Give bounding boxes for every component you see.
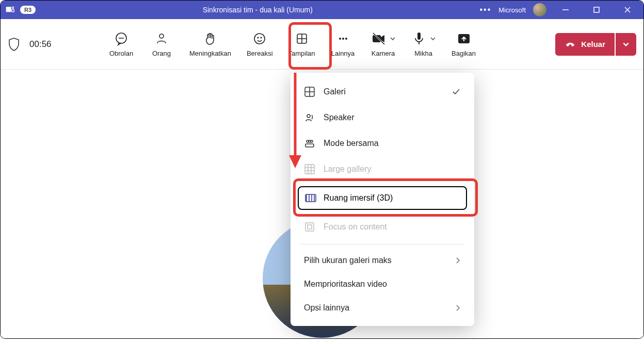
- call-timer: 00:56: [29, 39, 52, 50]
- view-together-item[interactable]: Mode bersama: [291, 130, 474, 156]
- svg-rect-40: [308, 225, 312, 229]
- chat-button[interactable]: Obrolan: [109, 31, 134, 57]
- avatar[interactable]: [533, 3, 546, 17]
- meeting-toolbar: 00:56 Obrolan Orang Meningkatkan: [1, 19, 643, 70]
- together-mode-icon: [304, 138, 315, 149]
- minimize-button[interactable]: [554, 1, 577, 19]
- react-button[interactable]: Bereaksi: [247, 31, 273, 57]
- chevron-down-icon[interactable]: [430, 36, 436, 42]
- menu-separator: [300, 244, 465, 244]
- maximize-button[interactable]: [585, 1, 608, 19]
- share-button[interactable]: Bagikan: [452, 31, 476, 57]
- svg-point-3: [12, 9, 14, 12]
- svg-point-13: [261, 37, 262, 38]
- more-button[interactable]: Lainnya: [331, 31, 356, 57]
- mic-icon: [411, 31, 427, 46]
- ellipsis-icon: [335, 31, 351, 46]
- grid-icon: [294, 31, 310, 46]
- svg-point-18: [342, 38, 344, 40]
- org-badge: R3: [20, 6, 36, 14]
- svg-point-19: [345, 38, 347, 40]
- raise-hand-button[interactable]: Meningkatkan: [189, 31, 231, 57]
- svg-point-12: [257, 37, 259, 38]
- titlebar-more-icon[interactable]: •••: [479, 5, 491, 14]
- svg-rect-39: [305, 223, 314, 231]
- hand-icon: [202, 31, 218, 46]
- svg-point-10: [159, 34, 164, 38]
- teams-app-icon: T: [5, 4, 16, 15]
- mic-button[interactable]: Mikha: [411, 31, 436, 57]
- svg-text:T: T: [7, 7, 10, 12]
- smile-icon: [252, 31, 267, 46]
- chevron-right-icon: [455, 257, 461, 264]
- svg-point-11: [254, 34, 265, 44]
- view-button[interactable]: Tampilan: [288, 31, 315, 57]
- immersive-space-icon: [305, 194, 316, 202]
- hangup-icon: [565, 39, 576, 50]
- view-large-gallery-item: Large gallery: [291, 156, 474, 182]
- svg-point-2: [12, 7, 13, 8]
- chevron-down-icon: [622, 41, 630, 48]
- share-screen-icon: [456, 31, 472, 46]
- chevron-down-icon[interactable]: [390, 36, 396, 42]
- leave-button[interactable]: Keluar: [555, 33, 615, 56]
- svg-point-29: [307, 114, 310, 118]
- prioritize-video-item[interactable]: Memprioritaskan video: [291, 272, 474, 296]
- svg-point-17: [339, 38, 341, 40]
- close-button[interactable]: [616, 1, 639, 19]
- grid-icon: [304, 86, 315, 97]
- more-options-item[interactable]: Opsi lainnya: [291, 296, 474, 320]
- check-icon: [452, 87, 461, 96]
- person-speaking-icon: [304, 112, 315, 123]
- svg-rect-33: [305, 144, 314, 147]
- view-immersive-item[interactable]: Ruang imersif (3D): [298, 186, 467, 210]
- focus-content-icon: [304, 221, 315, 233]
- meeting-title: Sinkronisasi tim - dua kali (Umum): [36, 6, 479, 14]
- view-menu: Galeri Speaker Mode bersama Large galler…: [291, 73, 474, 326]
- svg-point-32: [309, 140, 311, 142]
- shield-icon[interactable]: [8, 37, 20, 52]
- choose-gallery-size-item[interactable]: Pilih ukuran galeri maks: [291, 249, 474, 272]
- camera-off-icon: [371, 31, 387, 46]
- svg-rect-34: [305, 165, 314, 174]
- view-speaker-item[interactable]: Speaker: [291, 105, 474, 130]
- svg-rect-5: [594, 7, 599, 12]
- leave-more-button[interactable]: [616, 33, 636, 56]
- chevron-right-icon: [455, 304, 461, 312]
- title-bar: T R3 Sinkronisasi tim - dua kali (Umum) …: [1, 1, 643, 19]
- people-icon: [154, 31, 169, 46]
- svg-rect-23: [417, 32, 421, 40]
- view-gallery-item[interactable]: Galeri: [291, 79, 474, 105]
- large-grid-icon: [304, 163, 315, 175]
- camera-button[interactable]: Kamera: [371, 31, 396, 57]
- chat-icon: [114, 31, 129, 46]
- account-name[interactable]: Microsoft: [498, 6, 526, 14]
- people-button[interactable]: Orang: [149, 31, 174, 57]
- view-focus-item: Focus on content: [291, 214, 474, 240]
